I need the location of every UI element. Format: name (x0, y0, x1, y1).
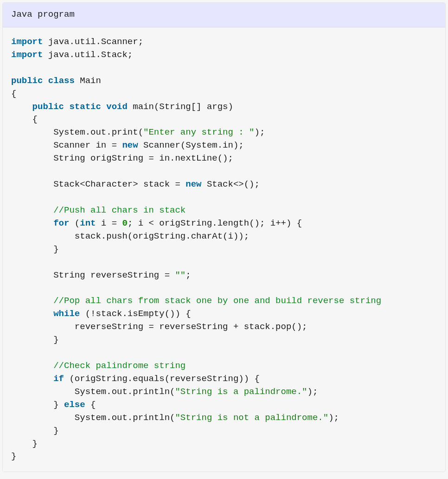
number-literal: 0 (122, 218, 127, 228)
kw-while: while (53, 309, 80, 319)
code-text: String origString = in.nextLine(); (11, 153, 233, 163)
string-literal: "" (175, 270, 186, 280)
brace: } (11, 335, 59, 345)
code-text: java.util.Stack; (43, 50, 133, 60)
comment: //Pop all chars from stack one by one an… (11, 296, 381, 306)
brace: } (11, 426, 59, 436)
code-text: Main (75, 76, 101, 86)
kw-public: public (32, 102, 64, 112)
code-text: System.out.println( (11, 387, 175, 397)
brace: } (11, 244, 59, 254)
code-card: Java program import java.util.Scanner; i… (2, 2, 446, 472)
kw-import: import (11, 37, 43, 47)
code-block: import java.util.Scanner; import java.ut… (3, 27, 445, 472)
code-text: System.out.print( (11, 127, 143, 137)
kw-import: import (11, 50, 43, 60)
code-text: System.out.println( (11, 413, 175, 423)
comment: //Push all chars in stack (11, 205, 186, 215)
code-text: String reverseString = (11, 270, 175, 280)
brace: { (11, 89, 16, 99)
code-text: Scanner(System.in); (138, 140, 244, 150)
code-text: java.util.Scanner; (43, 37, 143, 47)
code-text: ( (69, 218, 80, 228)
brace: } (11, 439, 38, 449)
kw-class: class (48, 76, 75, 86)
comment: //Check palindrome string (11, 361, 186, 371)
kw-else: else (64, 400, 85, 410)
kw-for: for (53, 218, 69, 228)
code-text (11, 374, 53, 384)
code-text: i = (96, 218, 122, 228)
kw-void: void (106, 102, 128, 112)
code-text: Stack<>(); (201, 179, 259, 189)
code-text: Scanner in = (11, 140, 122, 150)
header-title: Java program (11, 9, 75, 19)
kw-new: new (186, 179, 201, 189)
code-text: (!stack.isEmpty()) { (80, 309, 191, 319)
code-text: stack.push(origString.charAt(i)); (11, 231, 249, 241)
code-text: } (11, 400, 64, 410)
code-text: (origString.equals(reverseString)) { (64, 374, 260, 384)
code-text: ); (328, 413, 339, 423)
code-text (11, 218, 53, 228)
string-literal: "Enter any string : " (143, 127, 254, 137)
brace: } (11, 451, 16, 461)
kw-new: new (122, 140, 138, 150)
kw-int: int (80, 218, 96, 228)
code-text: Stack<Character> stack = (11, 179, 186, 189)
code-text (11, 309, 53, 319)
string-literal: "String is not a palindrome." (175, 413, 328, 423)
code-text: reverseString = reverseString + stack.po… (11, 322, 307, 332)
code-text: ); (255, 127, 265, 137)
kw-public: public (11, 76, 43, 86)
code-text: { (85, 400, 96, 410)
code-text: ; (186, 270, 191, 280)
indent (11, 102, 32, 112)
brace: { (11, 114, 38, 124)
code-header: Java program (3, 3, 445, 27)
code-text: ); (307, 387, 318, 397)
code-text: main(String[] args) (128, 102, 233, 112)
kw-static: static (69, 102, 101, 112)
kw-if: if (53, 374, 64, 384)
code-text: ; i < origString.length(); i++) { (128, 218, 302, 228)
string-literal: "String is a palindrome." (175, 387, 307, 397)
